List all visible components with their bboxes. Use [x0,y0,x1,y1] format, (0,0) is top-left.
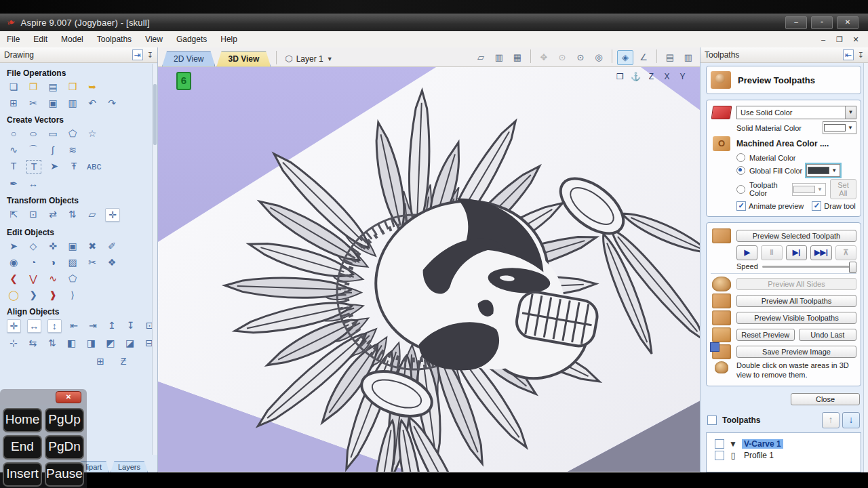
stretch-h-icon[interactable]: ⇄ [46,208,60,220]
preview-selected-toolpath-button[interactable]: Preview Selected Toolpath [736,230,856,242]
maximize-button[interactable]: ▫ [811,16,833,29]
step-button[interactable]: ▶| [786,245,807,260]
close-vector-icon[interactable]: ⬠ [66,272,79,285]
group-objects-icon[interactable]: ▣ [66,240,79,252]
open-file-icon[interactable]: ❐ [26,81,40,93]
pin-panel-icon[interactable]: ↧ [858,51,864,60]
draw-text-icon[interactable]: T [7,160,20,172]
toolpath-color-radio[interactable] [736,185,745,194]
shading-toggle-icon[interactable]: ◈ [617,50,633,65]
run-fast-button[interactable]: ▶▶| [810,245,831,260]
speed-slider-handle[interactable] [849,262,856,273]
preview-all-sides-button[interactable]: Preview All Sides [736,278,856,290]
new-file-icon[interactable]: ❏ [7,81,20,93]
close-button[interactable]: Close [791,393,860,405]
mdi-minimize-button[interactable]: – [818,35,829,44]
tab-3d-view[interactable]: 3D View [216,51,271,66]
cut-icon[interactable]: ✂ [26,97,40,109]
align-left-icon[interactable]: ⇤ [68,319,81,331]
redo-icon[interactable]: ↷ [105,97,119,109]
zoom-out-icon[interactable]: ⊙ [554,50,570,65]
menu-toolpaths[interactable]: Toolpaths [90,33,138,46]
hatch-fill-icon[interactable]: ▨ [66,256,79,268]
close-button[interactable]: ✕ [837,16,859,29]
minimize-button[interactable]: – [785,16,807,29]
fillet-tool-icon[interactable]: ❖ [105,256,119,268]
text-on-curve-icon[interactable]: Ŧ [67,160,81,172]
z-axis-view-icon[interactable]: Z [646,71,657,83]
weld-vectors-icon[interactable]: ◉ [7,256,20,268]
play-button[interactable]: ▶ [736,245,757,260]
paste-icon[interactable]: ▥ [66,97,79,109]
overlay-close-button[interactable]: ✕ [56,391,81,403]
x-axis-view-icon[interactable]: X [661,71,673,83]
toolpath-checkbox[interactable] [715,439,724,449]
anchor-view-icon[interactable]: ⚓ [630,71,642,83]
distort-object-icon[interactable]: ▱ [85,208,99,220]
menu-gadgets[interactable]: Gadgets [170,33,214,46]
draw-circle-icon[interactable]: ○ [7,127,20,140]
mdi-restore-button[interactable]: ❐ [834,35,845,44]
iso-view-icon[interactable]: ❒ [614,71,626,83]
move-toolpath-up-button[interactable]: ↑ [822,412,840,428]
toolpath-item[interactable]: ▼V-Carve 1 [715,439,858,449]
fit-curve-icon[interactable]: ∿ [46,272,60,285]
draw-tool-checkbox[interactable]: ✓ [812,201,821,211]
solid-material-color-dropdown[interactable]: ▼ [823,121,856,134]
material-color-radio[interactable] [736,153,745,162]
toolpaths-panel-scrollbar[interactable] [863,63,868,472]
layer-selector[interactable]: ⬡ Layer 1 ▼ [285,54,332,64]
menu-model[interactable]: Model [54,33,90,46]
fill-mode-select[interactable]: Use Solid Color ▼ [736,106,856,119]
menu-edit[interactable]: Edit [26,33,54,46]
draw-ellipse-icon[interactable]: ○ [24,127,43,140]
open-angle-icon[interactable]: ❮ [7,272,20,285]
zoom-selection-icon[interactable]: ◎ [591,50,607,65]
menu-view[interactable]: View [138,33,170,46]
dock-panel-icon[interactable]: ⇤ [843,49,854,60]
draw-text-box-icon[interactable]: T [26,160,41,174]
join-vectors-icon[interactable]: ⋁ [26,272,40,285]
select-cursor-icon[interactable]: ➤ [7,240,20,252]
global-fill-color-radio[interactable] [736,166,745,175]
cusp-segment-icon[interactable]: ⟩ [66,289,79,301]
snap-objects-icon[interactable]: ▱ [473,50,489,65]
toolpath-checkbox[interactable] [715,451,724,460]
arc-text-icon[interactable]: ᴀʙᴄ [87,160,100,172]
copy-icon[interactable]: ▣ [46,97,60,109]
snap-grid-icon[interactable]: ▦ [509,50,526,65]
dock-panel-icon[interactable]: ⇥ [132,49,143,60]
align-edge-bottom-icon[interactable]: ◪ [123,337,137,349]
arc-segment-icon[interactable]: ❯ [26,289,40,301]
y-axis-view-icon[interactable]: Y [677,71,688,83]
tile-windows-h-icon[interactable]: ▤ [662,50,678,65]
trim-vectors-icon[interactable]: ✂ [85,256,99,268]
undo-icon[interactable]: ↶ [85,97,99,109]
align-right-icon[interactable]: ⇥ [87,319,100,331]
align-edge-top-icon[interactable]: ◩ [104,337,117,349]
global-fill-color-dropdown[interactable]: ▼ [806,164,840,177]
snap-guides-icon[interactable]: ▥ [491,50,507,65]
menu-file[interactable]: File [0,33,26,46]
tab-layers[interactable]: Layers [111,461,148,472]
toolpath-color-dropdown[interactable]: ▼ [792,183,826,196]
set-all-button[interactable]: Set All [830,179,856,199]
align-center-v-icon[interactable]: ↕ [47,319,62,333]
measure-angle-icon[interactable]: ∠ [635,50,652,65]
preview-visible-toolpaths-button[interactable]: Preview Visible Toolpaths [736,312,856,324]
mdi-close-button[interactable]: ✕ [850,35,861,44]
restart-button[interactable]: ⊼ [835,245,856,260]
edit-text-icon[interactable]: ➤ [47,160,61,172]
draw-polygon-icon[interactable]: ⬠ [66,127,79,140]
draw-texture-icon[interactable]: ≋ [66,144,79,156]
screencast-overlay-titlebar[interactable]: ✕ [0,389,87,405]
draw-rectangle-icon[interactable]: ▭ [46,127,60,140]
job-setup-icon[interactable]: ⊞ [7,97,20,109]
smooth-segment-icon[interactable]: ❱ [46,289,60,301]
align-edge-left-icon[interactable]: ◧ [65,337,79,349]
zoom-box-icon[interactable]: ⊙ [572,50,589,65]
tile-windows-v-icon[interactable]: ▥ [680,50,696,65]
tab-2d-view[interactable]: 2D View [162,51,215,66]
align-center-h-icon[interactable]: ↔ [27,319,41,333]
menu-help[interactable]: Help [214,33,244,46]
